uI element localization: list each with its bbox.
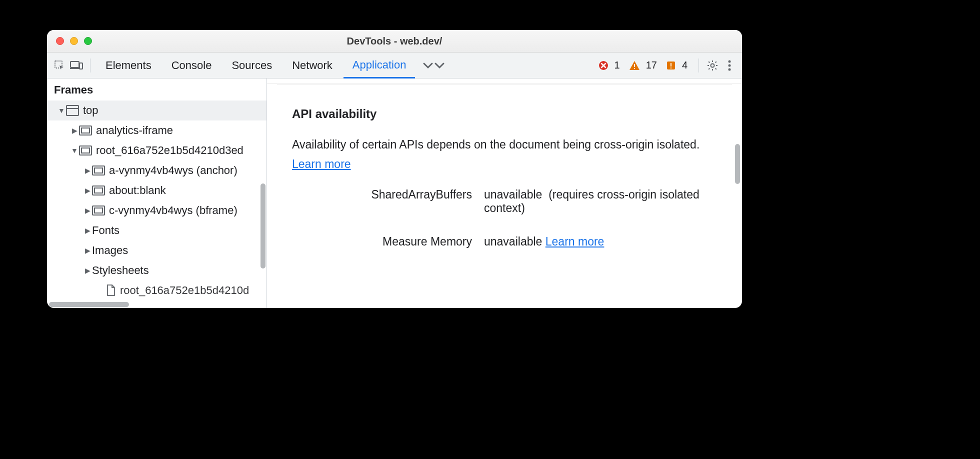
expand-arrow-icon[interactable] (83, 206, 92, 214)
frames-sidebar: Frames top analytics-iframe (47, 78, 267, 308)
error-icon (598, 60, 608, 70)
tab-network[interactable]: Network (283, 52, 342, 78)
svg-rect-19 (82, 148, 90, 153)
svg-point-12 (728, 64, 731, 66)
more-options-icon[interactable] (722, 58, 737, 73)
section-heading: API availability (292, 107, 724, 121)
frame-root[interactable]: root_616a752e1b5d4210d3ed (47, 140, 266, 160)
svg-rect-14 (66, 106, 78, 116)
svg-rect-1 (70, 62, 79, 68)
panel-body: Frames top analytics-iframe (47, 78, 742, 308)
api-row-key: SharedArrayBuffers (292, 188, 472, 202)
iframe-icon (92, 166, 105, 176)
frame-child-a[interactable]: a-vynmy4vb4wys (anchor) (47, 160, 266, 180)
svg-rect-3 (80, 63, 82, 69)
main-vertical-scrollbar[interactable] (735, 144, 740, 184)
frame-top[interactable]: top (47, 100, 266, 120)
issue-icon (666, 60, 676, 70)
expand-arrow-icon[interactable] (57, 106, 66, 114)
expand-arrow-icon[interactable] (83, 186, 92, 194)
devtools-tabbar: Elements Console Sources Network Applica… (47, 52, 742, 78)
divider (277, 84, 732, 84)
expand-arrow-icon[interactable] (83, 246, 92, 254)
error-count: 1 (614, 60, 620, 71)
tab-elements[interactable]: Elements (96, 52, 160, 78)
document-icon (106, 284, 116, 296)
expand-arrow-icon[interactable] (70, 126, 79, 134)
api-row-value: unavailable Learn more (484, 235, 724, 248)
tab-application[interactable]: Application (344, 53, 416, 78)
svg-point-13 (728, 68, 731, 70)
warning-count: 17 (646, 60, 657, 71)
svg-rect-8 (670, 63, 672, 66)
tree-images[interactable]: Images (47, 240, 266, 260)
tree-label: Fonts (92, 224, 120, 237)
expand-arrow-icon[interactable] (83, 226, 92, 234)
more-tabs-button[interactable] (417, 59, 450, 72)
tab-sources[interactable]: Sources (222, 52, 281, 78)
sidebar-horizontal-scrollbar[interactable] (49, 302, 129, 307)
sidebar-vertical-scrollbar[interactable] (260, 184, 266, 268)
learn-more-link[interactable]: Learn more (292, 158, 351, 170)
svg-rect-25 (94, 208, 102, 213)
iframe-icon (92, 206, 105, 216)
frame-analytics-iframe[interactable]: analytics-iframe (47, 120, 266, 140)
settings-icon[interactable] (705, 58, 720, 73)
frame-about-blank[interactable]: about:blank (47, 180, 266, 200)
svg-rect-9 (670, 68, 672, 68)
svg-rect-23 (94, 188, 102, 193)
intro-span: Availability of certain APIs depends on … (292, 138, 700, 151)
tree-fonts[interactable]: Fonts (47, 220, 266, 240)
iframe-icon (79, 126, 92, 136)
inspect-element-icon[interactable] (52, 58, 67, 73)
learn-more-link[interactable]: Learn more (546, 235, 604, 248)
issue-count: 4 (682, 60, 688, 71)
svg-rect-21 (94, 168, 102, 173)
svg-rect-5 (634, 64, 635, 67)
sidebar-header: Frames (47, 78, 266, 100)
frame-label: about:blank (109, 184, 166, 197)
window-title: DevTools - web.dev/ (47, 36, 742, 47)
tab-console[interactable]: Console (162, 52, 221, 78)
tree-stylesheets[interactable]: Stylesheets (47, 260, 266, 280)
tree-truncated-item[interactable]: root_616a752e1b5d4210d (47, 280, 266, 300)
iframe-icon (92, 186, 105, 196)
tree-label: Stylesheets (92, 264, 149, 277)
svg-point-10 (711, 64, 714, 67)
expand-arrow-icon[interactable] (70, 146, 79, 154)
api-status: unavailable (484, 235, 546, 248)
window-icon (66, 105, 79, 116)
iframe-icon (79, 146, 92, 156)
titlebar: DevTools - web.dev/ (47, 30, 742, 52)
tabbar-divider-right (698, 58, 699, 72)
frame-label: c-vynmy4vb4wys (bframe) (109, 204, 238, 217)
expand-arrow-icon[interactable] (83, 266, 92, 274)
frame-label: analytics-iframe (96, 124, 173, 137)
intro-text: Availability of certain APIs depends on … (292, 135, 724, 174)
tree-label: root_616a752e1b5d4210d (120, 284, 249, 297)
frame-child-c[interactable]: c-vynmy4vb4wys (bframe) (47, 200, 266, 220)
warning-icon (629, 60, 640, 70)
api-availability-table: SharedArrayBuffers unavailable (requires… (292, 188, 724, 248)
device-toolbar-icon[interactable] (69, 58, 84, 73)
expand-arrow-icon[interactable] (83, 166, 92, 174)
frame-label: a-vynmy4vb4wys (anchor) (109, 164, 238, 177)
issue-counters[interactable]: 1 17 4 (598, 60, 693, 71)
devtools-window: DevTools - web.dev/ Elements Console Sou… (47, 30, 742, 308)
api-status: unavailable (484, 188, 542, 201)
frame-label: root_616a752e1b5d4210d3ed (96, 144, 244, 157)
svg-point-11 (728, 60, 731, 62)
svg-rect-17 (82, 128, 90, 133)
application-main-panel: API availability Availability of certain… (267, 84, 742, 308)
api-row-value: unavailable (requires cross-origin isola… (484, 188, 724, 215)
tree-label: Images (92, 244, 128, 257)
api-row-key: Measure Memory (292, 235, 472, 248)
tabbar-divider (90, 58, 90, 72)
svg-rect-6 (634, 68, 635, 69)
frame-label: top (83, 104, 98, 117)
